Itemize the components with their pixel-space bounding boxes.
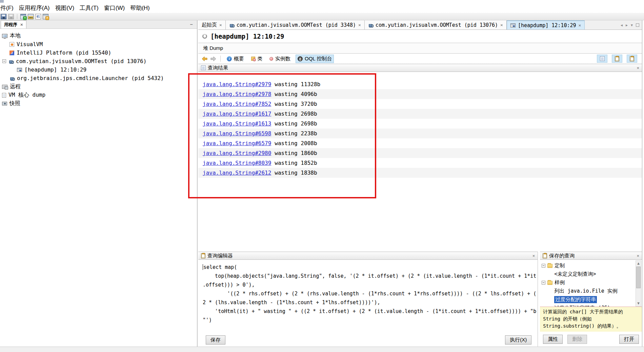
close-icon[interactable]: ×: [20, 22, 23, 27]
code-line: '((2 * rhs.offset) + (2 * (rhs.value.len…: [203, 289, 536, 298]
add-jmx-connection-icon[interactable]: [28, 14, 34, 19]
tree-item-custom-folder[interactable]: 定制: [540, 261, 642, 270]
tree-item-visualvm[interactable]: VisualVM: [0, 40, 197, 48]
result-row: java.lang.String#2612wasting 1838b: [198, 168, 642, 178]
add-application-icon[interactable]: [20, 14, 26, 19]
minimize-icon[interactable]: −: [190, 23, 193, 26]
folder-icon: [547, 264, 552, 268]
code-line: .offset))) > 0'),: [203, 280, 536, 289]
tree-item-coredump[interactable]: VM 核心 dump: [0, 91, 197, 99]
tree-item-undefined-query[interactable]: <未定义定制查询>: [540, 270, 642, 278]
menu-applications[interactable]: 应用程序(A): [16, 4, 53, 12]
thread-dump-icon[interactable]: [35, 14, 41, 19]
oql-code-editor[interactable]: select map( top(heap.objects("java.lang.…: [198, 260, 538, 333]
instance-link[interactable]: java.lang.String#6579: [203, 140, 271, 146]
close-icon[interactable]: ×: [637, 253, 639, 258]
code-line: top(heap.objects("java.lang.String", fal…: [203, 272, 536, 280]
scrollbar[interactable]: ▲ ▼: [636, 260, 641, 307]
heapdump-title-row: [heapdump] 12:10:29: [198, 30, 642, 43]
close-icon[interactable]: ×: [219, 22, 222, 27]
instances-label: 实例数: [275, 56, 290, 62]
tree-item-file-instances[interactable]: 列出 java.io.File 实例: [540, 287, 642, 295]
properties-button[interactable]: 属性: [543, 335, 563, 344]
saved-queries-header: 保存的查询 ×: [540, 252, 642, 260]
tab-start-page[interactable]: 起始页 ×: [198, 20, 226, 30]
tree-item-oomtest[interactable]: com.yutian.jvisualvm.OOMTest (pid 13076): [0, 57, 197, 65]
tree-item-remote[interactable]: 远程: [0, 82, 197, 91]
result-row: java.lang.String#2979wasting 11328b: [198, 79, 642, 89]
saved-queries-title: 保存的查询: [549, 253, 575, 259]
forward-arrow-icon[interactable]: [210, 56, 216, 61]
tree-item-samples-folder[interactable]: 样例: [540, 278, 642, 287]
collapse-expander-icon[interactable]: [542, 264, 545, 268]
instance-link[interactable]: java.lang.String#6598: [203, 130, 271, 137]
collapse-expander-icon[interactable]: [2, 59, 6, 63]
back-arrow-icon[interactable]: [202, 56, 207, 61]
oql-console-button[interactable]: OQL 控制台: [296, 55, 334, 63]
applications-tree: 本地 VisualVM IntelliJ Platform (pid 15540…: [0, 29, 197, 108]
instances-view-button[interactable]: 实例数: [267, 55, 293, 63]
tree-item-intellij[interactable]: IntelliJ Platform (pid 15540): [0, 48, 197, 57]
scroll-tabs-right-icon[interactable]: ▸: [626, 23, 628, 27]
tree-item-snapshots[interactable]: 快照: [0, 99, 197, 108]
toolbar-separator: [17, 14, 17, 19]
show-saved-queries-button[interactable]: [627, 55, 637, 63]
menu-file[interactable]: 件(F): [0, 4, 16, 12]
tree-item-overallocated-strings[interactable]: 过度分配的字符串: [540, 295, 642, 304]
classes-view-button[interactable]: 类: [249, 55, 264, 63]
close-icon[interactable]: ×: [358, 22, 361, 27]
instance-link[interactable]: java.lang.String#2978: [203, 91, 271, 97]
save-button[interactable]: 保存: [206, 335, 225, 345]
tab-oomtest-13076[interactable]: com.yutian.jvisualvm.OOMTest (pid 13076)…: [365, 20, 507, 30]
wasting-value: wasting 2008b: [275, 140, 317, 146]
visualvm-icon: [9, 42, 14, 47]
execute-button[interactable]: 执行(X): [505, 335, 531, 345]
menu-help[interactable]: 帮助(H): [127, 4, 153, 12]
tab-list-dropdown-icon[interactable]: ▾: [631, 23, 633, 27]
menu-window[interactable]: 窗口(W): [101, 4, 127, 12]
instance-link[interactable]: java.lang.String#7852: [203, 101, 271, 107]
scroll-down-icon[interactable]: ▼: [636, 301, 641, 306]
show-editor-button[interactable]: [612, 55, 622, 63]
maximize-icon[interactable]: [636, 23, 639, 27]
menu-tools[interactable]: 工具(T): [77, 4, 101, 12]
tab-heapdump[interactable]: [heapdump] 12:10:29 ×: [507, 20, 585, 30]
result-row: java.lang.String#2978wasting 4096b: [198, 89, 642, 99]
tree-item-label: 样例: [555, 279, 565, 286]
instance-link[interactable]: java.lang.String#2979: [203, 81, 271, 87]
tree-item-overallocated-strings-js[interactable]: 过度分配的字符串 (JS): [540, 304, 642, 307]
menu-view[interactable]: 视图(V): [52, 4, 77, 12]
save-snapshot-icon[interactable]: [8, 14, 14, 19]
tab-applications[interactable]: 用程序 ×: [1, 20, 26, 28]
tree-item-launcher[interactable]: org.jetbrains.jps.cmdline.Launcher (pid …: [0, 74, 197, 82]
close-icon[interactable]: ×: [532, 253, 535, 258]
heap-dump-icon[interactable]: [43, 14, 48, 19]
close-icon[interactable]: ×: [579, 23, 581, 28]
scroll-up-icon[interactable]: ▲: [636, 261, 641, 266]
close-icon[interactable]: ×: [637, 65, 639, 71]
classes-icon: [251, 57, 255, 61]
instance-link[interactable]: java.lang.String#8039: [203, 160, 271, 166]
tree-item-heapdump[interactable]: [heapdump] 12:10:29: [0, 65, 197, 74]
local-computer-icon: [2, 34, 7, 38]
instance-link[interactable]: java.lang.String#2980: [203, 150, 271, 156]
tab-oomtest-3348[interactable]: com.yutian.jvisualvm.OOMTest (pid 3348) …: [226, 20, 365, 30]
close-icon[interactable]: ×: [500, 22, 503, 27]
load-snapshot-icon[interactable]: [1, 14, 6, 19]
wasting-value: wasting 2698b: [275, 120, 317, 127]
show-results-button[interactable]: [597, 55, 607, 63]
instance-link[interactable]: java.lang.String#2612: [203, 170, 271, 176]
wasting-value: wasting 4096b: [275, 91, 317, 97]
scrollbar-thumb[interactable]: [636, 267, 641, 288]
code-line: select map(: [203, 263, 536, 272]
instance-link[interactable]: java.lang.String#1613: [203, 120, 271, 127]
instance-link[interactable]: java.lang.String#1617: [203, 111, 271, 117]
summary-view-button[interactable]: 概要: [225, 55, 246, 63]
scroll-tabs-left-icon[interactable]: ◂: [621, 23, 623, 27]
query-editor-footer: 保存 执行(X): [198, 333, 538, 347]
open-button[interactable]: 打开: [619, 335, 639, 344]
tree-item-local[interactable]: 本地: [0, 32, 197, 40]
collapse-expander-icon[interactable]: [542, 281, 545, 285]
tree-item-label: [heapdump] 12:10:29: [24, 66, 86, 73]
delete-button[interactable]: 删除: [567, 335, 587, 344]
